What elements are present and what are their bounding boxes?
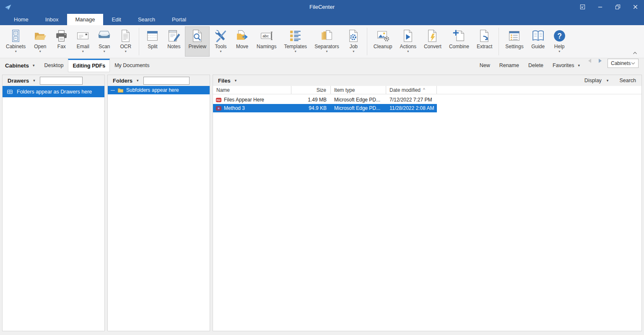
dropdown-caret-icon: ▾ [39, 50, 41, 53]
dropdown-caret-icon: ▾ [607, 78, 609, 83]
display-button[interactable]: Display ▾ [584, 78, 609, 83]
menu-edit[interactable]: Edit [103, 14, 129, 25]
ribbon-tools-button[interactable]: Tools▾ [210, 26, 231, 57]
restore-button[interactable] [609, 0, 626, 14]
ribbon-settings-button[interactable]: Settings [502, 26, 527, 57]
ribbon-move-button[interactable]: Move [232, 26, 252, 57]
drawer-item[interactable]: Folders appear as Drawers here [3, 86, 104, 97]
tab-desktop[interactable]: Desktop [40, 59, 68, 72]
split-icon [145, 29, 159, 43]
help-icon: ? [553, 29, 566, 43]
file-row[interactable]: Method 394.9 KBMicrosoft Edge PD...11/28… [213, 104, 437, 112]
cabinets-menu-button[interactable]: Cabinets ▾ [0, 59, 40, 72]
ribbon-ocr-button[interactable]: OCR▾ [115, 26, 136, 57]
ribbon-extract-button[interactable]: Extract [473, 26, 496, 57]
file-name: Method 3 [224, 105, 245, 111]
restore-icon [615, 4, 621, 10]
tab-my-documents[interactable]: My Documents [110, 59, 154, 72]
ribbon-fax-button[interactable]: Fax [51, 26, 72, 57]
collapse-ribbon-button[interactable] [631, 50, 639, 56]
files-list: PDFFiles Appear Here1.49 MBMicrosoft Edg… [213, 94, 641, 112]
menu-inbox[interactable]: Inbox [37, 14, 67, 25]
folders-panel: Folders ▾ Subfolders appear here [107, 75, 210, 331]
chevron-up-icon [633, 52, 637, 55]
ribbon-combine-button[interactable]: Combine [446, 26, 473, 57]
menu-manage[interactable]: Manage [67, 14, 104, 25]
ribbon-cabinets-button[interactable]: Cabinets▾ [3, 26, 29, 57]
dropdown-caret-icon: ▾ [125, 50, 127, 53]
drawer-item-label: Folders appear as Drawers here [17, 89, 92, 95]
cabinet-tabstrip: Cabinets ▾ DesktopEditing PDFsMy Documen… [0, 59, 644, 72]
column-header-item-type[interactable]: Item type [331, 86, 386, 94]
drawers-search-input[interactable] [40, 77, 83, 85]
ribbon-actions-button[interactable]: Actions▾ [397, 26, 420, 57]
location-combobox[interactable]: Cabinets [608, 59, 639, 68]
action-delete-button[interactable]: Delete [524, 62, 548, 68]
ribbon-group-separator [367, 28, 367, 55]
drawers-title: Drawers [8, 78, 29, 84]
ribbon-namings-button[interactable]: abcNamings [253, 26, 280, 57]
dropdown-caret-icon[interactable]: ▾ [33, 78, 35, 83]
separators-icon [320, 29, 334, 43]
dropdown-caret-icon: ▾ [353, 50, 354, 53]
menu-portal[interactable]: Portal [164, 14, 195, 25]
close-icon [632, 4, 639, 10]
ribbon-job-button[interactable]: Job▾ [343, 26, 364, 57]
folder-icon [117, 87, 124, 93]
menu-home[interactable]: Home [5, 14, 37, 25]
folders-list: Subfolders appear here [108, 86, 210, 94]
folders-search-input[interactable] [143, 77, 190, 85]
file-row[interactable]: PDFFiles Appear Here1.49 MBMicrosoft Edg… [213, 96, 437, 104]
ribbon-templates-button[interactable]: Templates▾ [280, 26, 310, 57]
ribbon-email-button[interactable]: Email▾ [73, 26, 93, 57]
ribbon-open-button[interactable]: Open▾ [30, 26, 50, 57]
ribbon-separators-button[interactable]: Separators▾ [311, 26, 343, 57]
dropdown-caret-icon: ▾ [558, 50, 560, 53]
files-panel: Files ▾ Display ▾ Search NameSizeItem ty… [213, 75, 642, 331]
dropdown-caret-icon: ▾ [220, 50, 222, 53]
ribbon-group-separator [499, 28, 499, 55]
folder-item[interactable]: Subfolders appear here [108, 86, 210, 94]
ocr-icon [119, 29, 132, 43]
popout-icon [579, 4, 586, 10]
back-arrow-button[interactable] [588, 59, 591, 63]
dropdown-caret-icon: ▾ [104, 50, 105, 53]
files-search-button[interactable]: Search [619, 78, 636, 83]
window-title: FileCenter [0, 4, 644, 10]
column-header-date-modified[interactable]: Date modified^ [386, 86, 437, 94]
drawers-panel-header: Drawers ▾ [3, 75, 104, 86]
menubar: HomeInboxManageEditSearchPortal [0, 14, 644, 25]
templates-icon [288, 29, 302, 43]
action-label: Delete [528, 62, 543, 68]
ribbon-help-button[interactable]: ?Help▾ [549, 26, 570, 57]
forward-arrow-button[interactable] [599, 59, 602, 63]
column-header-size[interactable]: Size [291, 86, 331, 94]
ribbon-cleanup-button[interactable]: Cleanup [370, 26, 396, 57]
minimize-icon [597, 4, 603, 10]
folder-item-label: Subfolders appear here [126, 87, 179, 93]
ribbon-convert-button[interactable]: Convert [421, 26, 445, 57]
ribbon-guide-button[interactable]: Guide [528, 26, 548, 57]
close-button[interactable] [626, 0, 644, 14]
action-new-button[interactable]: New [475, 62, 495, 68]
ribbon-scan-button[interactable]: Scan▾ [94, 26, 114, 57]
column-header-label: Name [216, 87, 230, 93]
ribbon-notes-button[interactable]: Notes [164, 26, 184, 57]
namings-icon: abc [260, 29, 273, 43]
ribbon-toolbar: Cabinets▾Open▾FaxEmail▾Scan▾OCR▾SplitNot… [0, 25, 644, 58]
menu-search[interactable]: Search [130, 14, 164, 25]
drawers-panel: Drawers ▾ Folders appear as Drawers here [2, 75, 105, 331]
tab-editing-pdfs[interactable]: Editing PDFs [68, 59, 110, 72]
ribbon-split-button[interactable]: Split [142, 26, 163, 57]
column-header-name[interactable]: Name [213, 86, 291, 94]
action-favorites-button[interactable]: Favorites▾ [548, 62, 584, 68]
dropdown-caret-icon[interactable]: ▾ [235, 78, 237, 83]
popout-button[interactable] [574, 0, 591, 14]
action-rename-button[interactable]: Rename [495, 62, 524, 68]
minimize-button[interactable] [591, 0, 609, 14]
dropdown-caret-icon[interactable]: ▾ [137, 78, 139, 83]
ribbon-preview-button[interactable]: Preview [185, 26, 210, 57]
drawer-icon [7, 88, 13, 95]
scan-icon [97, 29, 111, 43]
column-header-label: Size [317, 87, 326, 93]
